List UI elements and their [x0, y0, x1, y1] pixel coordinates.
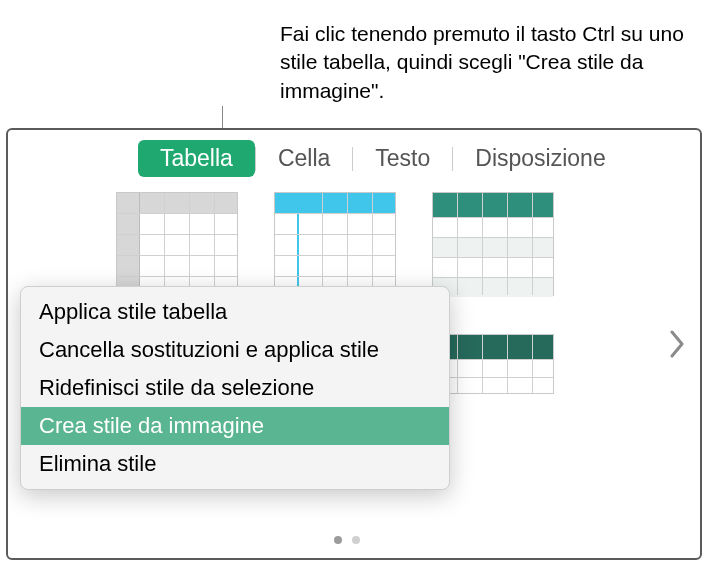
menu-item-delete-style[interactable]: Elimina stile	[21, 445, 449, 483]
table-style-thumb-3[interactable]	[432, 192, 554, 296]
tab-disposizione[interactable]: Disposizione	[453, 140, 627, 177]
page-indicator	[334, 536, 360, 544]
callout-text: Fai clic tenendo premuto il tasto Ctrl s…	[280, 20, 690, 105]
menu-item-apply-style[interactable]: Applica stile tabella	[21, 293, 449, 331]
tab-tabella[interactable]: Tabella	[138, 140, 255, 177]
context-menu: Applica stile tabella Cancella sostituzi…	[20, 286, 450, 490]
menu-item-clear-overrides[interactable]: Cancella sostituzioni e applica stile	[21, 331, 449, 369]
tab-cella[interactable]: Cella	[256, 140, 352, 177]
table-style-thumb-6[interactable]	[432, 334, 554, 394]
table-style-thumb-1[interactable]	[116, 192, 238, 296]
menu-item-redefine-style[interactable]: Ridefinisci stile da selezione	[21, 369, 449, 407]
page-dot-2[interactable]	[352, 536, 360, 544]
table-style-gallery	[116, 192, 554, 296]
format-inspector-panel: Tabella Cella Testo Disposizione	[6, 128, 702, 560]
chevron-right-icon[interactable]	[668, 330, 686, 358]
inspector-tabs: Tabella Cella Testo Disposizione	[8, 130, 700, 187]
menu-item-create-style-from-image[interactable]: Crea stile da immagine	[21, 407, 449, 445]
tab-testo[interactable]: Testo	[353, 140, 452, 177]
page-dot-1[interactable]	[334, 536, 342, 544]
table-style-thumb-2[interactable]	[274, 192, 396, 296]
